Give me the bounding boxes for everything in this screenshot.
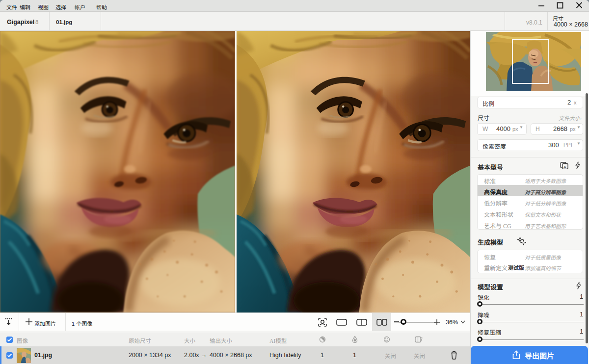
svg-text:A: A: [563, 165, 566, 169]
